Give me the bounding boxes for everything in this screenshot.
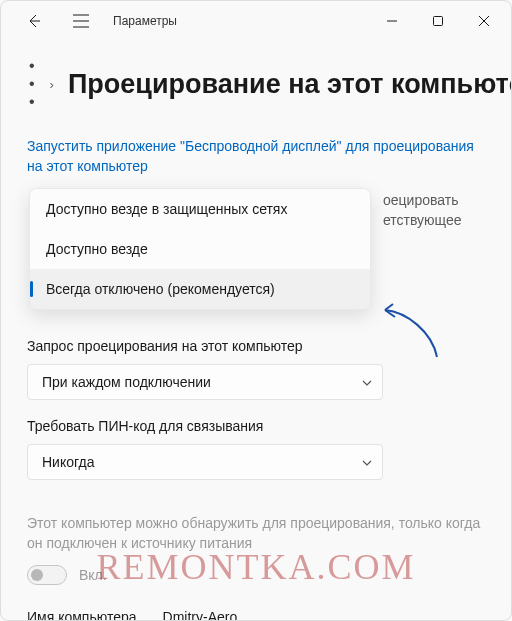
require-pin-value: Никогда [42, 454, 94, 470]
breadcrumb-ellipsis[interactable]: • • • [29, 57, 36, 111]
close-button[interactable] [461, 1, 507, 41]
require-pin-label: Требовать ПИН-код для связывания [27, 418, 487, 434]
minimize-button[interactable] [369, 1, 415, 41]
svg-rect-0 [434, 17, 443, 26]
toggle-knob [31, 569, 43, 581]
dropdown-option-secure-networks[interactable]: Доступно везде в защищенных сетях [30, 189, 370, 229]
page-title: Проецирование на этот компьютер [68, 69, 512, 100]
maximize-button[interactable] [415, 1, 461, 41]
chevron-down-icon [362, 376, 372, 388]
window-title: Параметры [113, 14, 177, 28]
request-projection-label: Запрос проецирования на этот компьютер [27, 338, 487, 354]
toggle-state-label: Вкл. [79, 567, 107, 583]
chevron-right-icon: › [50, 77, 54, 92]
request-projection-value: При каждом подключении [42, 374, 211, 390]
request-projection-select[interactable]: При каждом подключении [27, 364, 383, 400]
dropdown-option-always-off[interactable]: Всегда отключено (рекомендуется) [30, 269, 370, 309]
power-source-note: Этот компьютер можно обнаружить для прое… [27, 514, 487, 553]
pc-name-label: Имя компьютера [27, 609, 137, 621]
hamburger-icon[interactable] [61, 1, 101, 41]
breadcrumb: • • • › Проецирование на этот компьютер [27, 49, 487, 125]
launch-wireless-display-link[interactable]: Запустить приложение "Беспроводной диспл… [27, 137, 487, 176]
setting-description-partial: оецировать етствующее [383, 190, 487, 320]
pc-name-value: Dmitry-Aero [163, 609, 238, 621]
availability-dropdown-popup: Доступно везде в защищенных сетях Доступ… [29, 188, 371, 310]
discoverable-toggle [27, 565, 67, 585]
dropdown-option-everywhere[interactable]: Доступно везде [30, 229, 370, 269]
require-pin-select[interactable]: Никогда [27, 444, 383, 480]
back-button[interactable] [13, 1, 53, 41]
chevron-down-icon [362, 456, 372, 468]
